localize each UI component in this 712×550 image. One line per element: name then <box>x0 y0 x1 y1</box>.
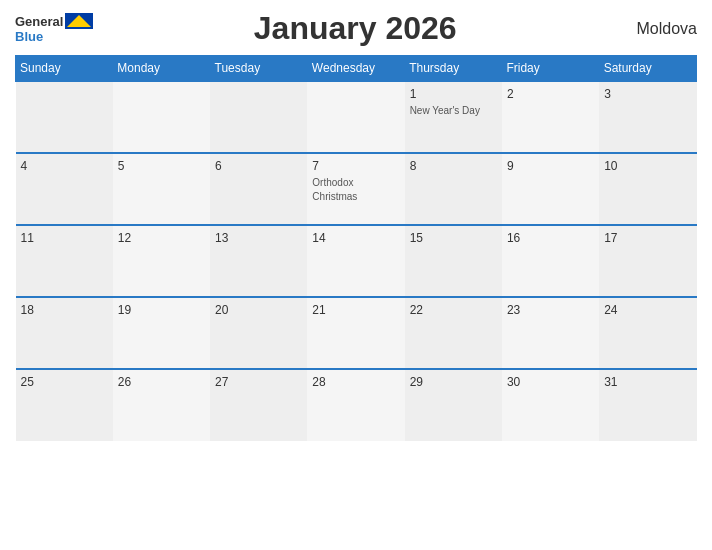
day-number: 27 <box>215 375 302 389</box>
calendar-cell: 19 <box>113 297 210 369</box>
calendar-cell <box>16 81 113 153</box>
calendar-cell: 14 <box>307 225 404 297</box>
calendar-title: January 2026 <box>93 10 617 47</box>
calendar-cell <box>113 81 210 153</box>
calendar-cell: 28 <box>307 369 404 441</box>
calendar-cell: 31 <box>599 369 696 441</box>
calendar-cell: 13 <box>210 225 307 297</box>
calendar-week-row: 11121314151617 <box>16 225 697 297</box>
day-number: 18 <box>21 303 108 317</box>
calendar-tbody: 1New Year's Day234567Orthodox Christmas8… <box>16 81 697 441</box>
day-number: 16 <box>507 231 594 245</box>
calendar-cell: 17 <box>599 225 696 297</box>
day-number: 3 <box>604 87 691 101</box>
day-number: 24 <box>604 303 691 317</box>
calendar-cell: 15 <box>405 225 502 297</box>
logo-general-text: General <box>15 14 63 29</box>
calendar-week-row: 25262728293031 <box>16 369 697 441</box>
day-number: 15 <box>410 231 497 245</box>
day-number: 7 <box>312 159 399 173</box>
weekday-header-tuesday: Tuesday <box>210 56 307 82</box>
calendar-cell: 23 <box>502 297 599 369</box>
calendar-cell: 5 <box>113 153 210 225</box>
weekday-header-row: SundayMondayTuesdayWednesdayThursdayFrid… <box>16 56 697 82</box>
day-number: 14 <box>312 231 399 245</box>
calendar-cell: 12 <box>113 225 210 297</box>
day-number: 13 <box>215 231 302 245</box>
day-number: 19 <box>118 303 205 317</box>
calendar-cell: 16 <box>502 225 599 297</box>
calendar-container: General Blue January 2026 Moldova Sunday… <box>0 0 712 550</box>
calendar-cell: 30 <box>502 369 599 441</box>
calendar-cell: 25 <box>16 369 113 441</box>
weekday-header-monday: Monday <box>113 56 210 82</box>
day-number: 30 <box>507 375 594 389</box>
calendar-cell: 20 <box>210 297 307 369</box>
weekday-header-saturday: Saturday <box>599 56 696 82</box>
calendar-cell: 11 <box>16 225 113 297</box>
calendar-cell: 10 <box>599 153 696 225</box>
day-number: 21 <box>312 303 399 317</box>
calendar-week-row: 18192021222324 <box>16 297 697 369</box>
holiday-label: New Year's Day <box>410 105 480 116</box>
day-number: 31 <box>604 375 691 389</box>
calendar-cell: 3 <box>599 81 696 153</box>
day-number: 2 <box>507 87 594 101</box>
calendar-cell: 21 <box>307 297 404 369</box>
calendar-header: General Blue January 2026 Moldova <box>15 10 697 47</box>
calendar-cell: 9 <box>502 153 599 225</box>
calendar-thead: SundayMondayTuesdayWednesdayThursdayFrid… <box>16 56 697 82</box>
weekday-header-sunday: Sunday <box>16 56 113 82</box>
day-number: 20 <box>215 303 302 317</box>
day-number: 12 <box>118 231 205 245</box>
day-number: 26 <box>118 375 205 389</box>
day-number: 8 <box>410 159 497 173</box>
calendar-cell: 7Orthodox Christmas <box>307 153 404 225</box>
logo-flag-icon <box>65 13 93 29</box>
day-number: 9 <box>507 159 594 173</box>
calendar-cell: 1New Year's Day <box>405 81 502 153</box>
calendar-cell: 27 <box>210 369 307 441</box>
weekday-header-wednesday: Wednesday <box>307 56 404 82</box>
logo: General Blue <box>15 13 93 44</box>
day-number: 29 <box>410 375 497 389</box>
calendar-cell <box>210 81 307 153</box>
calendar-cell: 22 <box>405 297 502 369</box>
day-number: 11 <box>21 231 108 245</box>
calendar-cell: 26 <box>113 369 210 441</box>
calendar-week-row: 4567Orthodox Christmas8910 <box>16 153 697 225</box>
calendar-table: SundayMondayTuesdayWednesdayThursdayFrid… <box>15 55 697 441</box>
weekday-header-thursday: Thursday <box>405 56 502 82</box>
logo-blue-text: Blue <box>15 29 43 44</box>
calendar-cell: 18 <box>16 297 113 369</box>
calendar-cell: 24 <box>599 297 696 369</box>
weekday-header-friday: Friday <box>502 56 599 82</box>
calendar-cell: 8 <box>405 153 502 225</box>
calendar-cell: 6 <box>210 153 307 225</box>
calendar-cell: 2 <box>502 81 599 153</box>
holiday-label: Orthodox Christmas <box>312 177 357 202</box>
calendar-cell <box>307 81 404 153</box>
day-number: 25 <box>21 375 108 389</box>
day-number: 17 <box>604 231 691 245</box>
calendar-cell: 29 <box>405 369 502 441</box>
day-number: 10 <box>604 159 691 173</box>
day-number: 22 <box>410 303 497 317</box>
day-number: 1 <box>410 87 497 101</box>
country-label: Moldova <box>617 20 697 38</box>
calendar-cell: 4 <box>16 153 113 225</box>
calendar-week-row: 1New Year's Day23 <box>16 81 697 153</box>
day-number: 28 <box>312 375 399 389</box>
day-number: 6 <box>215 159 302 173</box>
day-number: 4 <box>21 159 108 173</box>
day-number: 5 <box>118 159 205 173</box>
day-number: 23 <box>507 303 594 317</box>
